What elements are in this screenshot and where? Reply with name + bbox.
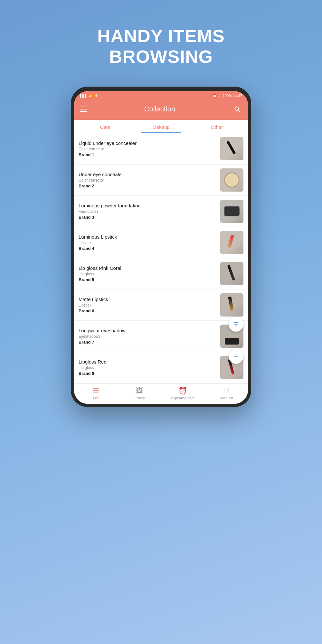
nav-item-expiration[interactable]: ⏰Expiration date [161, 384, 204, 404]
nav-item-wishlist[interactable]: ♡Wish list [204, 384, 248, 404]
phone-screen: ▌▌▌ 📶 N ⏰ ☾ 100% 11:17 Collection [74, 91, 248, 404]
list-icon: ☰ [93, 387, 99, 395]
nav-label-gallery: Gallery [134, 396, 145, 400]
item-image [220, 137, 243, 160]
phone-frame: ▌▌▌ 📶 N ⏰ ☾ 100% 11:17 Collection [71, 87, 251, 407]
search-button[interactable] [232, 104, 242, 114]
list-item[interactable]: Lip gloss Pink CoralLip glossBrand 5 [74, 258, 248, 289]
item-name: Lipgloss Red [79, 359, 220, 365]
nfc-icon: N [94, 94, 97, 98]
tab-makeup[interactable]: Makeup [133, 120, 189, 133]
item-category: Lip gloss [79, 272, 220, 276]
item-name: Luminous powder foundation [79, 203, 220, 208]
gallery-icon: 🖼 [136, 387, 143, 395]
wishlist-icon: ♡ [223, 387, 230, 395]
plus-icon: + [233, 352, 238, 361]
expiration-icon: ⏰ [178, 387, 187, 395]
item-brand: Brand 6 [79, 308, 220, 313]
moon-icon: ☾ [218, 94, 222, 98]
item-name: Longwear eyeshadow [79, 328, 220, 333]
app-bar: Collection [74, 100, 248, 120]
item-name: Liquid under eye concealer [79, 140, 220, 146]
item-category: Lipstick [79, 303, 220, 308]
item-image [220, 200, 243, 223]
item-name: Lip gloss Pink Coral [79, 265, 220, 271]
status-bar: ▌▌▌ 📶 N ⏰ ☾ 100% 11:17 [74, 91, 248, 100]
items-container: Liquid under eye concealerColor correcto… [74, 133, 248, 383]
item-category: Foundation [79, 209, 220, 214]
item-image [220, 231, 243, 254]
item-category: Eyeshadows [79, 334, 220, 339]
item-brand: Brand 4 [79, 246, 220, 251]
tab-other[interactable]: Other [189, 120, 245, 133]
item-brand: Brand 3 [79, 215, 220, 220]
item-name: Under eye concealer [79, 172, 220, 177]
item-name: Luminous Lipstick [79, 234, 220, 240]
list-item[interactable]: Under eye concealerColor correctorBrand … [74, 165, 248, 196]
item-brand: Brand 1 [79, 152, 220, 157]
bottom-nav: ☰List🖼Gallery⏰Expiration date♡Wish list [74, 383, 248, 404]
signal-icon: ▌▌▌ [80, 94, 87, 98]
item-category: Lipstick [79, 241, 220, 245]
item-category: Color corrector [79, 147, 220, 151]
tabs-bar: CareMakeupOther [74, 120, 248, 133]
item-brand: Brand 8 [79, 371, 220, 376]
item-image [220, 293, 243, 317]
wifi-icon: 📶 [89, 94, 93, 98]
hamburger-button[interactable] [80, 107, 87, 112]
nav-label-wishlist: Wish list [220, 396, 233, 400]
item-brand: Brand 2 [79, 184, 220, 188]
item-brand: Brand 7 [79, 340, 220, 345]
alarm-icon: ⏰ [213, 94, 217, 98]
item-image [220, 262, 243, 285]
nav-item-list[interactable]: ☰List [74, 384, 118, 404]
nav-item-gallery[interactable]: 🖼Gallery [118, 384, 161, 404]
list-item[interactable]: Luminous LipstickLipstickBrand 4 [74, 227, 248, 258]
item-category: Lip gloss [79, 365, 220, 370]
list-item[interactable]: Longwear eyeshadowEyeshadowsBrand 7 [74, 321, 248, 352]
item-name: Matte Lipstick [79, 297, 220, 302]
item-category: Color corrector [79, 178, 220, 183]
item-image [220, 168, 243, 192]
list-item[interactable]: Lipgloss RedLip glossBrand 8 [74, 352, 248, 383]
time-display: 11:17 [233, 94, 242, 98]
add-fab-button[interactable]: + [229, 349, 243, 364]
item-brand: Brand 5 [79, 277, 220, 282]
tab-care[interactable]: Care [77, 120, 133, 133]
nav-label-expiration: Expiration date [171, 396, 194, 400]
filter-fab-button[interactable] [229, 317, 243, 332]
items-list: Liquid under eye concealerColor correcto… [74, 133, 248, 383]
hero-title: HANDY ITEMS BROWSING [97, 26, 225, 67]
nav-label-list: List [93, 396, 99, 400]
list-item[interactable]: Matte LipstickLipstickBrand 6 [74, 289, 248, 321]
app-bar-title: Collection [144, 105, 175, 113]
status-right: ⏰ ☾ 100% 11:17 [213, 94, 242, 98]
list-item[interactable]: Liquid under eye concealerColor correcto… [74, 133, 248, 165]
list-item[interactable]: Luminous powder foundationFoundationBran… [74, 196, 248, 227]
battery-percent: 100% [223, 94, 232, 98]
status-left: ▌▌▌ 📶 N [80, 94, 97, 98]
svg-line-1 [238, 110, 240, 111]
